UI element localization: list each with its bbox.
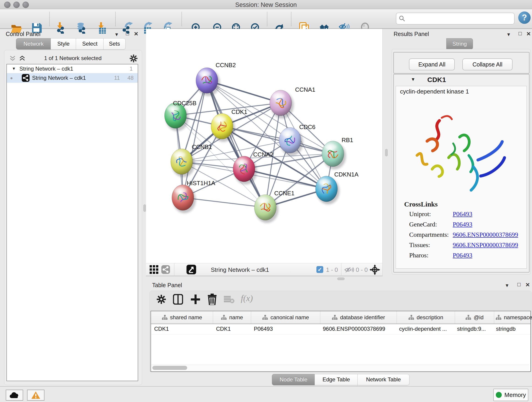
protein-structure-image [405, 107, 510, 201]
panel-float-icon[interactable]: □ [517, 281, 521, 288]
panel-close-icon[interactable]: ✕ [525, 282, 530, 288]
crosslink-link[interactable]: 9606.ENSP00000378699 [453, 241, 518, 249]
crosslink-label: Uniprot: [409, 211, 453, 218]
crosslink-label: GeneCard: [409, 221, 453, 228]
tab-string[interactable]: String [446, 38, 473, 50]
network-node-CCNA1[interactable]: CCNA1 [270, 86, 315, 119]
current-network-dot-icon: ● [10, 75, 13, 81]
cytoscape-window: Session: New Session ? Control Panel ▾ □… [0, 0, 532, 402]
network-view-toolbar: String Network – cdk1 ✓ 1 - 0 0 - 0 [146, 263, 383, 276]
gear-icon[interactable] [129, 54, 138, 63]
birdseye-grid-icon[interactable] [149, 265, 158, 274]
node-label-CCNA2: CCNA2 [253, 151, 273, 158]
pan-crosshair-icon[interactable] [370, 264, 380, 275]
panel-collapse-icon[interactable]: ▾ [115, 31, 118, 38]
cloud-status-button[interactable] [6, 390, 23, 401]
network-node-CCNB2[interactable]: CCNB2 [196, 62, 236, 96]
control-panel-title: Control Panel [6, 31, 40, 37]
column-header-id[interactable]: @id [455, 311, 494, 324]
network-node-CDC25B[interactable]: CDC25B [165, 100, 196, 131]
search-input[interactable] [405, 15, 505, 22]
toolbar-separator [291, 12, 291, 26]
network-tree-root-row[interactable]: ▼ String Network – cdk1 1 [7, 64, 138, 73]
network-node-CDC6[interactable]: CDC6 [279, 123, 316, 156]
network-node-CCNE1[interactable]: CCNE1 [254, 190, 294, 223]
panel-collapse-icon[interactable]: ▾ [506, 282, 508, 288]
panel-float-icon[interactable]: □ [126, 30, 129, 37]
collapse-all-button[interactable]: Collapse All [462, 58, 513, 70]
tab-network-table[interactable]: Network Table [357, 374, 409, 385]
cell-canonical-name: P06493 [251, 324, 320, 334]
crosslinks-list: Uniprot: P06493GeneCard: P06493Compartme… [409, 211, 524, 262]
node-label-CDC6: CDC6 [299, 123, 316, 130]
column-label: @id [474, 314, 483, 321]
cloud-icon [9, 392, 19, 399]
memory-button[interactable]: Memory [493, 389, 528, 401]
table-settings-gear-icon[interactable] [157, 294, 166, 304]
network-selection-status: 1 of 1 Network selected [7, 55, 139, 61]
hidden-node-edge-counts: 0 - 0 [356, 266, 368, 274]
results-buttons-row: Expand All Collapse All [393, 52, 530, 74]
panel-collapse-icon[interactable]: ▾ [507, 31, 510, 38]
delete-column-trash-icon[interactable] [207, 294, 217, 305]
column-label: description [417, 314, 443, 321]
show-columns-icon[interactable] [173, 294, 183, 305]
column-header-database-identifier[interactable]: database identifier [320, 311, 397, 324]
tab-select[interactable]: Select [76, 38, 104, 50]
tab-node-table[interactable]: Node Table [272, 374, 315, 385]
node-count: 11 [114, 75, 120, 81]
panel-float-icon[interactable]: □ [519, 30, 522, 37]
column-type-icon [465, 315, 471, 320]
horizontal-splitter-handle[interactable] [337, 278, 345, 280]
column-header-description[interactable]: description [397, 311, 455, 324]
column-header-canonical-name[interactable]: canonical name [251, 311, 320, 324]
add-column-plus-icon[interactable] [190, 294, 201, 305]
cell-name: CDK1 [213, 324, 251, 334]
network-panel-body: 1 of 1 Network selected [4, 50, 142, 385]
help-button[interactable]: ? [518, 12, 531, 24]
node-result-card: ▼ CDK1 cyclin-dependent kinase 1 CrossLi… [393, 74, 530, 273]
column-type-icon [221, 315, 227, 320]
toolbar-separator [181, 12, 182, 26]
network-list: ▼ String Network – cdk1 1 ● [6, 64, 138, 381]
node-label-CDKN1A: CDKN1A [334, 171, 359, 178]
column-header-shared-name[interactable]: shared name [151, 311, 213, 324]
network-node-RB1[interactable]: RB1 [322, 137, 353, 169]
table-horizontal-scrollbar[interactable] [152, 365, 529, 371]
table-container: f(x) shared name name canonical name dat… [149, 291, 532, 373]
table-row[interactable]: CDK1CDK1P064939606.ENSP00000378699cyclin… [151, 324, 530, 334]
crosslink-link[interactable]: P06493 [453, 211, 472, 218]
scrollbar-thumb[interactable] [152, 366, 187, 370]
tab-network[interactable]: Network [16, 38, 51, 50]
network-view-canvas[interactable]: CCNB2 CCNA1 CDC25B CDK1 [146, 29, 383, 263]
network-node-HIST1H1A[interactable]: HIST1H1A [172, 180, 215, 213]
search-box[interactable] [396, 13, 515, 25]
node-label-CCNB2: CCNB2 [215, 62, 236, 69]
status-bar: Memory [0, 386, 532, 402]
disclosure-triangle-icon[interactable]: ▼ [12, 66, 16, 71]
tab-edge-table[interactable]: Edge Table [315, 374, 358, 385]
panel-close-icon[interactable]: ✕ [134, 31, 138, 37]
crosslink-row-compartments: Compartments: 9606.ENSP00000378699 [409, 231, 524, 241]
crosslink-link[interactable]: 9606.ENSP00000378699 [453, 231, 518, 238]
expand-all-button[interactable]: Expand All [409, 58, 455, 70]
selected-checkbox-icon[interactable]: ✓ [317, 266, 323, 273]
column-header-name[interactable]: name [213, 311, 251, 324]
crosslink-link[interactable]: P06493 [453, 252, 472, 259]
cell-database-identifier: 9606.ENSP00000378699 [320, 324, 396, 334]
network-tree-item-row[interactable]: ● String Network – cdk1 11 48 [7, 73, 138, 83]
left-splitter-handle[interactable] [143, 204, 146, 212]
network-node-CDK1[interactable]: CDK1 [211, 108, 247, 142]
tab-style[interactable]: Style [51, 38, 76, 50]
crosslink-link[interactable]: P06493 [453, 221, 472, 228]
column-header-namespace[interactable]: namespace [494, 311, 532, 324]
open-in-new-window-icon[interactable] [186, 264, 196, 274]
network-node-CDKN1A[interactable]: CDKN1A [316, 171, 359, 204]
panel-close-icon[interactable]: ✕ [526, 31, 531, 37]
disclosure-triangle-icon[interactable]: ▼ [411, 77, 415, 82]
node-label-CDC25B: CDC25B [173, 100, 196, 107]
right-splitter-handle[interactable] [385, 149, 388, 156]
tab-sets[interactable]: Sets [103, 38, 126, 50]
warning-status-button[interactable] [27, 390, 44, 401]
network-share-button-icon[interactable] [161, 265, 170, 274]
